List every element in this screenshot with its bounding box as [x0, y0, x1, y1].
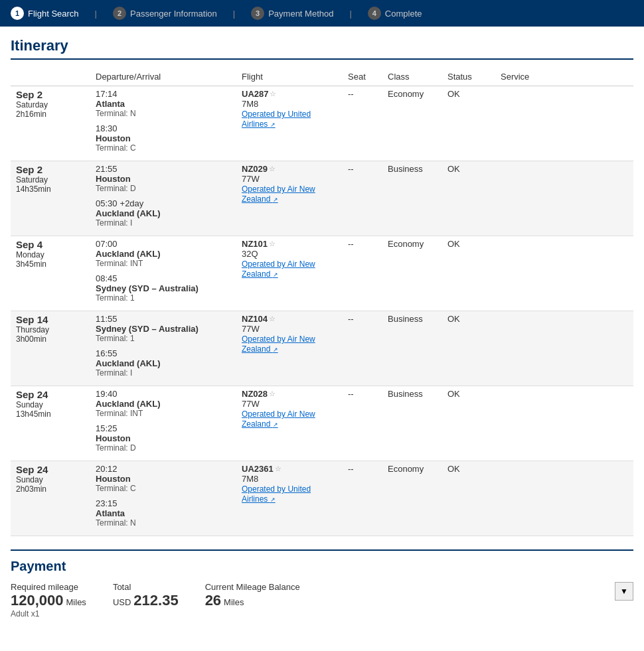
dep-time: 07:00 — [96, 239, 231, 249]
date-cell: Sep 2 Saturday 2h16min — [11, 86, 90, 161]
date-duration: 2h16min — [16, 109, 85, 119]
status-cell: OK — [442, 311, 495, 386]
external-link-icon: ↗ — [270, 121, 276, 128]
date-main: Sep 2 — [16, 164, 85, 175]
aircraft: 77W — [242, 399, 337, 409]
table-row: Sep 14 Thursday 3h00min 11:55 Sydney (SY… — [11, 311, 633, 386]
star-icon: ☆ — [269, 315, 276, 323]
departure-block: 07:00 Auckland (AKL) Terminal: INT — [96, 239, 231, 268]
date-main: Sep 4 — [16, 239, 85, 250]
flight-number: UA287 — [242, 89, 268, 99]
operated-link[interactable]: Operated by United Airlines ↗ — [242, 109, 311, 129]
dep-terminal: Terminal: 1 — [96, 334, 231, 343]
dep-time: 19:40 — [96, 389, 231, 399]
status-cell: OK — [442, 236, 495, 311]
total-value: 212.35 — [133, 592, 178, 609]
arr-time-extra: +2day — [120, 198, 144, 208]
dep-city: Atlanta — [96, 99, 231, 109]
dep-time: 20:12 — [96, 464, 231, 474]
arr-time: 08:45 — [96, 273, 118, 283]
operated-link[interactable]: Operated by Air New Zealand ↗ — [242, 334, 315, 354]
progress-step-2[interactable]: 2 Passenger Information — [113, 7, 217, 20]
date-duration: 3h45min — [16, 259, 85, 269]
step-label-2: Passenger Information — [130, 9, 217, 19]
dep-terminal: Terminal: C — [96, 484, 231, 493]
date-main: Sep 14 — [16, 314, 85, 325]
step-num-2: 2 — [113, 7, 126, 20]
star-icon: ☆ — [269, 165, 276, 173]
progress-step-4[interactable]: 4 Complete — [368, 7, 422, 20]
step-num-4: 4 — [368, 7, 381, 20]
arr-time: 23:15 — [96, 498, 118, 508]
step-label-4: Complete — [385, 9, 422, 19]
col-service: Service — [495, 68, 633, 86]
aircraft: 7M8 — [242, 474, 337, 484]
flight-number: NZ028 — [242, 389, 268, 399]
service-cell — [495, 236, 633, 311]
dep-time: 21:55 — [96, 164, 231, 174]
star-icon: ☆ — [269, 240, 276, 248]
arrival-block: 05:30 +2day Auckland (AKL) Terminal: I — [96, 198, 231, 228]
current-balance-block: Current Mileage Balance 26 Miles — [205, 582, 300, 609]
arr-city: Auckland (AKL) — [96, 208, 231, 218]
col-seat: Seat — [343, 68, 382, 86]
dep-arr-cell: 21:55 Houston Terminal: D 05:30 +2day Au… — [90, 161, 236, 236]
dropdown-button[interactable]: ▼ — [615, 582, 633, 601]
aircraft: 77W — [242, 324, 337, 334]
table-row: Sep 4 Monday 3h45min 07:00 Auckland (AKL… — [11, 236, 633, 311]
date-day: Thursday — [16, 325, 85, 334]
departure-block: 11:55 Sydney (SYD – Australia) Terminal:… — [96, 314, 231, 343]
external-link-icon: ↗ — [273, 271, 278, 278]
arr-city: Houston — [96, 433, 231, 443]
table-row: Sep 2 Saturday 2h16min 17:14 Atlanta Ter… — [11, 86, 633, 161]
arrival-block: 16:55 Auckland (AKL) Terminal: I — [96, 348, 231, 378]
dep-time: 17:14 — [96, 89, 231, 99]
required-mileage-label: Required mileage — [11, 582, 78, 592]
class-cell: Business — [382, 311, 442, 386]
dep-terminal: Terminal: N — [96, 109, 231, 118]
progress-step-1[interactable]: 1 Flight Search — [11, 7, 79, 20]
arr-terminal: Terminal: I — [96, 368, 231, 378]
date-main: Sep 24 — [16, 464, 85, 475]
status-cell: OK — [442, 461, 495, 536]
operated-link[interactable]: Operated by Air New Zealand ↗ — [242, 409, 315, 429]
current-balance-label: Current Mileage Balance — [205, 582, 300, 592]
operated-link[interactable]: Operated by Air New Zealand ↗ — [242, 259, 315, 279]
col-date — [11, 68, 90, 86]
main-content: Itinerary Departure/Arrival Flight Seat … — [0, 27, 644, 629]
external-link-icon: ↗ — [270, 496, 276, 503]
payment-title: Payment — [11, 559, 633, 574]
seat-cell: -- — [343, 386, 382, 461]
payment-section: Payment Required mileage 120,000 Miles A… — [11, 549, 633, 618]
date-day: Monday — [16, 250, 85, 259]
arrival-block: 23:15 Atlanta Terminal: N — [96, 498, 231, 528]
external-link-icon: ↗ — [273, 196, 278, 203]
operated-link[interactable]: Operated by Air New Zealand ↗ — [242, 184, 315, 204]
dep-city: Houston — [96, 174, 231, 184]
date-day: Saturday — [16, 100, 85, 109]
step-label-1: Flight Search — [28, 9, 79, 19]
departure-block: 20:12 Houston Terminal: C — [96, 464, 231, 493]
arr-terminal: Terminal: I — [96, 218, 231, 228]
date-cell: Sep 14 Thursday 3h00min — [11, 311, 90, 386]
date-day: Sunday — [16, 475, 85, 484]
star-icon: ☆ — [270, 90, 276, 98]
step-label-3: Payment Method — [268, 9, 333, 19]
aircraft: 7M8 — [242, 99, 337, 109]
adult-label: Adult x1 — [11, 609, 86, 618]
arr-terminal: Terminal: D — [96, 443, 231, 453]
dep-time: 11:55 — [96, 314, 231, 324]
flight-number: NZ029 — [242, 164, 268, 174]
class-cell: Business — [382, 161, 442, 236]
operated-link[interactable]: Operated by United Airlines ↗ — [242, 484, 311, 504]
departure-block: 21:55 Houston Terminal: D — [96, 164, 231, 193]
seat-cell: -- — [343, 461, 382, 536]
flight-cell: NZ101 ☆ 32Q Operated by Air New Zealand … — [236, 236, 343, 311]
aircraft: 32Q — [242, 249, 337, 259]
date-duration: 3h00min — [16, 334, 85, 344]
required-mileage-block: Required mileage 120,000 Miles Adult x1 — [11, 582, 86, 618]
date-duration: 14h35min — [16, 184, 85, 194]
progress-step-3[interactable]: 3 Payment Method — [251, 7, 333, 20]
date-cell: Sep 4 Monday 3h45min — [11, 236, 90, 311]
arr-terminal: Terminal: 1 — [96, 293, 231, 303]
